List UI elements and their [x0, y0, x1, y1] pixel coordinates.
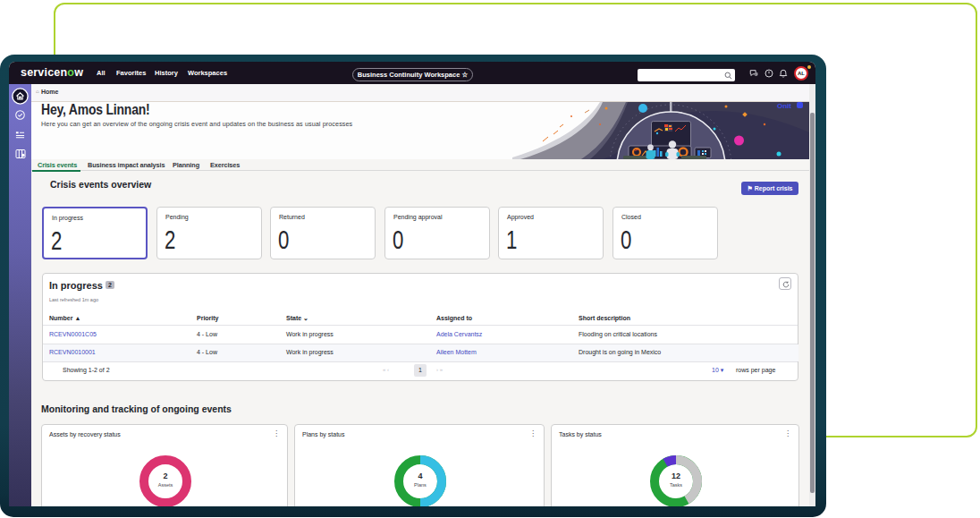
svg-text:Onit: Onit — [777, 102, 791, 110]
